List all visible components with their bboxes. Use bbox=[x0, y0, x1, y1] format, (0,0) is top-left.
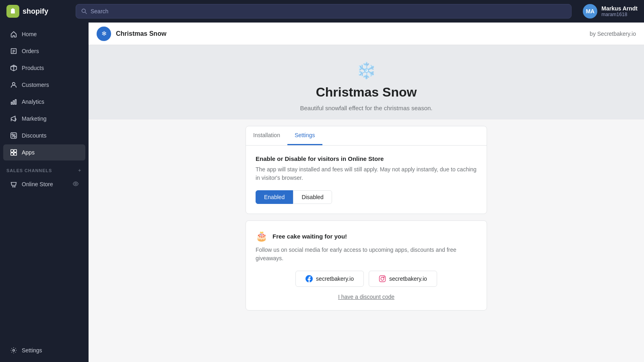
search-bar[interactable]: Search bbox=[76, 4, 572, 19]
sidebar-item-products[interactable]: Products bbox=[3, 60, 85, 76]
facebook-button[interactable]: secretbakery.io bbox=[295, 271, 364, 287]
facebook-icon bbox=[305, 275, 313, 282]
svg-rect-12 bbox=[15, 100, 17, 105]
sidebar-item-apps[interactable]: Apps bbox=[3, 144, 85, 160]
discount-code-link[interactable]: I have a discount code bbox=[338, 294, 394, 300]
sidebar: Home Orders Products Customers Analytics bbox=[0, 23, 89, 362]
tab-bar: Installation Settings bbox=[246, 126, 487, 146]
search-placeholder: Search bbox=[91, 8, 108, 14]
svg-line-16 bbox=[12, 134, 16, 138]
settings-icon bbox=[10, 346, 18, 354]
by-label: by Secretbakery.io bbox=[590, 31, 636, 37]
svg-point-28 bbox=[384, 277, 384, 278]
svg-rect-18 bbox=[11, 150, 13, 152]
search-icon bbox=[81, 8, 87, 14]
marketing-icon bbox=[10, 115, 18, 123]
hero-title: Christmas Snow bbox=[316, 85, 417, 100]
svg-rect-10 bbox=[11, 102, 12, 104]
user-name: Markus Arndt bbox=[601, 5, 638, 12]
tab-content-wrapper: Installation Settings Enable or Disable … bbox=[246, 126, 487, 214]
svg-point-24 bbox=[75, 183, 76, 185]
sidebar-item-settings[interactable]: Settings bbox=[3, 342, 85, 358]
sidebar-item-label: Marketing bbox=[22, 115, 46, 122]
svg-rect-20 bbox=[11, 153, 13, 155]
svg-rect-11 bbox=[13, 101, 14, 104]
settings-description: The app will stay installed and fees wil… bbox=[256, 165, 477, 182]
sales-channels-section: SALES CHANNELS ＋ bbox=[0, 161, 89, 176]
hero-section: ❄️ Christmas Snow Beautiful snowfall eff… bbox=[89, 45, 644, 119]
tab-settings[interactable]: Settings bbox=[287, 126, 322, 145]
sidebar-item-analytics[interactable]: Analytics bbox=[3, 94, 85, 110]
instagram-button[interactable]: secretbakery.io bbox=[369, 271, 437, 287]
disabled-button[interactable]: Disabled bbox=[293, 190, 332, 204]
promo-header: 🎂 Free cake waiting for you! bbox=[256, 230, 477, 242]
sidebar-item-label: Products bbox=[22, 65, 44, 71]
svg-line-1 bbox=[85, 12, 87, 14]
sidebar-item-label: Apps bbox=[22, 149, 35, 156]
home-icon bbox=[10, 30, 18, 38]
svg-rect-26 bbox=[380, 276, 386, 282]
main-content: ❄ Christmas Snow by Secretbakery.io ❄️ C… bbox=[89, 23, 644, 362]
instagram-label: secretbakery.io bbox=[389, 276, 427, 282]
sidebar-item-customers[interactable]: Customers bbox=[3, 77, 85, 93]
apps-icon bbox=[10, 148, 18, 156]
svg-point-15 bbox=[14, 136, 16, 138]
svg-point-0 bbox=[82, 9, 85, 12]
svg-point-25 bbox=[13, 350, 15, 352]
svg-point-27 bbox=[381, 277, 384, 280]
avatar: MA bbox=[583, 4, 597, 19]
online-store-label: Online Store bbox=[22, 181, 53, 187]
tab-settings-content: Enable or Disable for visitors in Online… bbox=[246, 146, 487, 214]
promo-icon: 🎂 bbox=[256, 230, 268, 242]
discount-link-container: I have a discount code bbox=[256, 293, 477, 300]
sidebar-item-label: Analytics bbox=[22, 99, 44, 105]
promo-title: Free cake waiting for you! bbox=[272, 233, 347, 240]
sidebar-item-discounts[interactable]: Discounts bbox=[3, 128, 85, 144]
svg-point-14 bbox=[12, 134, 14, 136]
sidebar-item-home[interactable]: Home bbox=[3, 26, 85, 42]
sidebar-item-online-store[interactable]: Online Store bbox=[3, 176, 85, 192]
promo-card: 🎂 Free cake waiting for you! Follow us o… bbox=[246, 220, 487, 311]
sidebar-bottom: Settings bbox=[0, 342, 89, 359]
hero-subtitle: Beautiful snowfall effect for the christ… bbox=[300, 105, 432, 111]
online-store-left: Online Store bbox=[10, 180, 53, 188]
logo-text: shopify bbox=[23, 7, 48, 16]
sidebar-item-label: Orders bbox=[22, 48, 39, 54]
app-icon: ❄ bbox=[97, 27, 111, 41]
products-icon bbox=[10, 64, 18, 72]
analytics-icon bbox=[10, 98, 18, 106]
svg-rect-19 bbox=[14, 150, 17, 152]
enable-disable-toggle: Enabled Disabled bbox=[256, 190, 477, 204]
svg-point-9 bbox=[12, 82, 15, 85]
app-header: ❄ Christmas Snow by Secretbakery.io bbox=[89, 23, 644, 45]
svg-point-23 bbox=[14, 186, 15, 187]
user-menu[interactable]: MA Markus Arndt maram1618 bbox=[583, 4, 638, 19]
sidebar-item-label: Home bbox=[22, 31, 37, 37]
instagram-icon bbox=[379, 275, 386, 282]
sidebar-item-marketing[interactable]: Marketing bbox=[3, 111, 85, 127]
eye-icon[interactable] bbox=[72, 181, 79, 188]
topbar: shopify Search MA Markus Arndt maram1618 bbox=[0, 0, 644, 23]
add-sales-channel-icon[interactable]: ＋ bbox=[77, 167, 82, 173]
tab-installation[interactable]: Installation bbox=[246, 126, 287, 145]
discounts-icon bbox=[10, 132, 18, 140]
enabled-button[interactable]: Enabled bbox=[256, 190, 293, 204]
promo-description: Follow us on social media for early acce… bbox=[256, 246, 477, 263]
svg-rect-2 bbox=[11, 49, 17, 54]
customers-icon bbox=[10, 81, 18, 89]
shopify-bag-icon bbox=[6, 5, 19, 18]
settings-title: Enable or Disable for visitors in Online… bbox=[256, 155, 477, 162]
orders-icon bbox=[10, 47, 18, 55]
user-handle: maram1618 bbox=[601, 12, 638, 17]
sidebar-item-label: Settings bbox=[22, 347, 42, 354]
sidebar-item-orders[interactable]: Orders bbox=[3, 43, 85, 59]
facebook-label: secretbakery.io bbox=[316, 276, 354, 282]
sidebar-item-label: Discounts bbox=[22, 132, 46, 139]
shopify-logo: shopify bbox=[6, 5, 71, 18]
user-info: Markus Arndt maram1618 bbox=[601, 5, 638, 17]
svg-point-22 bbox=[12, 186, 13, 187]
svg-rect-21 bbox=[14, 153, 17, 155]
app-title-header: Christmas Snow bbox=[116, 30, 166, 37]
hero-icon: ❄️ bbox=[356, 61, 376, 80]
online-store-icon bbox=[10, 180, 18, 188]
